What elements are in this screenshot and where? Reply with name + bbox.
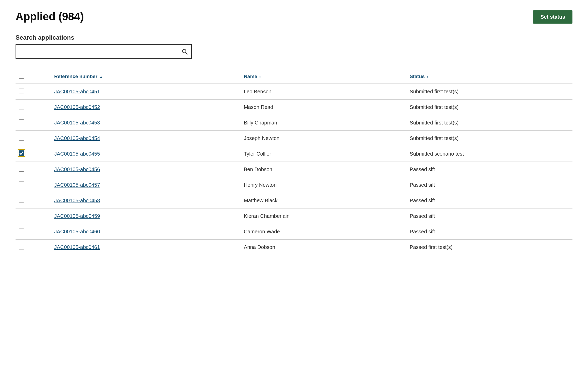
reference-link[interactable]: JAC00105-abc0455 bbox=[54, 151, 100, 157]
table-row: JAC00105-abc0458Matthew BlackPassed sift bbox=[16, 193, 572, 208]
table-row: JAC00105-abc0457Henry NewtonPassed sift bbox=[16, 177, 572, 193]
set-status-button[interactable]: Set status bbox=[533, 10, 572, 24]
row-status: Passed sift bbox=[407, 208, 572, 224]
select-all-checkbox[interactable] bbox=[19, 73, 24, 79]
reference-link[interactable]: JAC00105-abc0453 bbox=[54, 120, 100, 126]
row-status: Submitted first test(s) bbox=[407, 131, 572, 146]
row-name: Tyler Collier bbox=[241, 146, 406, 162]
column-status-label: Status bbox=[410, 74, 425, 79]
status-sort-icon: ↕ bbox=[427, 75, 428, 79]
row-checkbox[interactable] bbox=[19, 244, 24, 249]
row-reference[interactable]: JAC00105-abc0459 bbox=[51, 208, 241, 224]
table-row: JAC00105-abc0461Anna DobsonPassed first … bbox=[16, 240, 572, 255]
row-status: Passed sift bbox=[407, 162, 572, 177]
row-checkbox[interactable] bbox=[19, 228, 24, 234]
row-status: Submitted first test(s) bbox=[407, 115, 572, 131]
row-checkbox[interactable] bbox=[19, 88, 24, 94]
row-checkbox[interactable] bbox=[19, 135, 24, 141]
reference-link[interactable]: JAC00105-abc0452 bbox=[54, 104, 100, 110]
row-checkbox-cell[interactable] bbox=[16, 84, 51, 100]
row-checkbox-cell[interactable] bbox=[16, 240, 51, 255]
svg-line-1 bbox=[186, 53, 188, 54]
row-name: Leo Benson bbox=[241, 84, 406, 100]
search-input[interactable] bbox=[16, 45, 178, 58]
row-reference[interactable]: JAC00105-abc0461 bbox=[51, 240, 241, 255]
row-checkbox-cell[interactable] bbox=[16, 193, 51, 208]
name-sort-icon: ↕ bbox=[259, 75, 261, 79]
row-name: Anna Dobson bbox=[241, 240, 406, 255]
applications-table-container: Reference number ▲ Name ↕ Status ↕ JAC00… bbox=[16, 69, 572, 255]
row-status: Passed sift bbox=[407, 193, 572, 208]
row-checkbox[interactable] bbox=[19, 197, 24, 203]
table-row: JAC00105-abc0453Billy ChapmanSubmitted f… bbox=[16, 115, 572, 131]
row-name: Matthew Black bbox=[241, 193, 406, 208]
page-header: Applied (984) Set status bbox=[16, 10, 572, 24]
row-checkbox[interactable] bbox=[19, 119, 24, 125]
select-all-cell[interactable] bbox=[16, 69, 51, 84]
row-checkbox-cell[interactable] bbox=[16, 100, 51, 115]
row-checkbox[interactable] bbox=[19, 166, 24, 172]
row-name: Cameron Wade bbox=[241, 224, 406, 240]
table-row: JAC00105-abc0451Leo BensonSubmitted firs… bbox=[16, 84, 572, 100]
row-name: Kieran Chamberlain bbox=[241, 208, 406, 224]
row-checkbox-cell[interactable] bbox=[16, 162, 51, 177]
row-status: Submitted first test(s) bbox=[407, 100, 572, 115]
page-title: Applied (984) bbox=[16, 10, 84, 23]
column-reference-label: Reference number bbox=[54, 74, 97, 79]
row-name: Henry Newton bbox=[241, 177, 406, 193]
row-status: Submitted first test(s) bbox=[407, 84, 572, 100]
reference-link[interactable]: JAC00105-abc0457 bbox=[54, 182, 100, 188]
table-row: JAC00105-abc0456Ben DobsonPassed sift bbox=[16, 162, 572, 177]
row-reference[interactable]: JAC00105-abc0452 bbox=[51, 100, 241, 115]
reference-link[interactable]: JAC00105-abc0458 bbox=[54, 198, 100, 203]
search-section: Search applications bbox=[16, 34, 572, 59]
table-row: JAC00105-abc0454Joseph NewtonSubmitted f… bbox=[16, 131, 572, 146]
search-label: Search applications bbox=[16, 34, 572, 41]
row-checkbox-cell[interactable] bbox=[16, 177, 51, 193]
search-box bbox=[16, 44, 192, 59]
table-row: JAC00105-abc0455Tyler CollierSubmitted s… bbox=[16, 146, 572, 162]
reference-sort-icon: ▲ bbox=[99, 75, 103, 79]
row-checkbox-cell[interactable] bbox=[16, 115, 51, 131]
row-status: Passed first test(s) bbox=[407, 240, 572, 255]
column-header-name[interactable]: Name ↕ bbox=[241, 69, 406, 84]
search-button[interactable] bbox=[178, 45, 191, 58]
table-row: JAC00105-abc0452Mason ReadSubmitted firs… bbox=[16, 100, 572, 115]
row-reference[interactable]: JAC00105-abc0457 bbox=[51, 177, 241, 193]
row-checkbox[interactable] bbox=[19, 150, 24, 156]
reference-link[interactable]: JAC00105-abc0451 bbox=[54, 89, 100, 94]
row-checkbox-cell[interactable] bbox=[16, 131, 51, 146]
table-header-row: Reference number ▲ Name ↕ Status ↕ bbox=[16, 69, 572, 84]
row-checkbox[interactable] bbox=[19, 182, 24, 187]
reference-link[interactable]: JAC00105-abc0454 bbox=[54, 135, 100, 141]
table-row: JAC00105-abc0460Cameron WadePassed sift bbox=[16, 224, 572, 240]
row-name: Joseph Newton bbox=[241, 131, 406, 146]
reference-link[interactable]: JAC00105-abc0456 bbox=[54, 166, 100, 172]
reference-link[interactable]: JAC00105-abc0460 bbox=[54, 229, 100, 234]
row-reference[interactable]: JAC00105-abc0460 bbox=[51, 224, 241, 240]
column-header-reference[interactable]: Reference number ▲ bbox=[51, 69, 241, 84]
row-checkbox-cell[interactable] bbox=[16, 146, 51, 162]
row-status: Passed sift bbox=[407, 177, 572, 193]
row-status: Passed sift bbox=[407, 224, 572, 240]
row-reference[interactable]: JAC00105-abc0455 bbox=[51, 146, 241, 162]
row-reference[interactable]: JAC00105-abc0454 bbox=[51, 131, 241, 146]
reference-link[interactable]: JAC00105-abc0459 bbox=[54, 213, 100, 219]
applications-table: Reference number ▲ Name ↕ Status ↕ JAC00… bbox=[16, 69, 572, 255]
row-name: Billy Chapman bbox=[241, 115, 406, 131]
row-name: Ben Dobson bbox=[241, 162, 406, 177]
search-icon bbox=[182, 49, 188, 54]
column-name-label: Name bbox=[244, 74, 257, 79]
row-reference[interactable]: JAC00105-abc0453 bbox=[51, 115, 241, 131]
row-reference[interactable]: JAC00105-abc0456 bbox=[51, 162, 241, 177]
column-header-status[interactable]: Status ↕ bbox=[407, 69, 572, 84]
row-checkbox[interactable] bbox=[19, 213, 24, 218]
row-name: Mason Read bbox=[241, 100, 406, 115]
row-checkbox[interactable] bbox=[19, 104, 24, 109]
row-reference[interactable]: JAC00105-abc0458 bbox=[51, 193, 241, 208]
row-reference[interactable]: JAC00105-abc0451 bbox=[51, 84, 241, 100]
row-checkbox-cell[interactable] bbox=[16, 224, 51, 240]
row-status: Submitted scenario test bbox=[407, 146, 572, 162]
reference-link[interactable]: JAC00105-abc0461 bbox=[54, 244, 100, 250]
row-checkbox-cell[interactable] bbox=[16, 208, 51, 224]
